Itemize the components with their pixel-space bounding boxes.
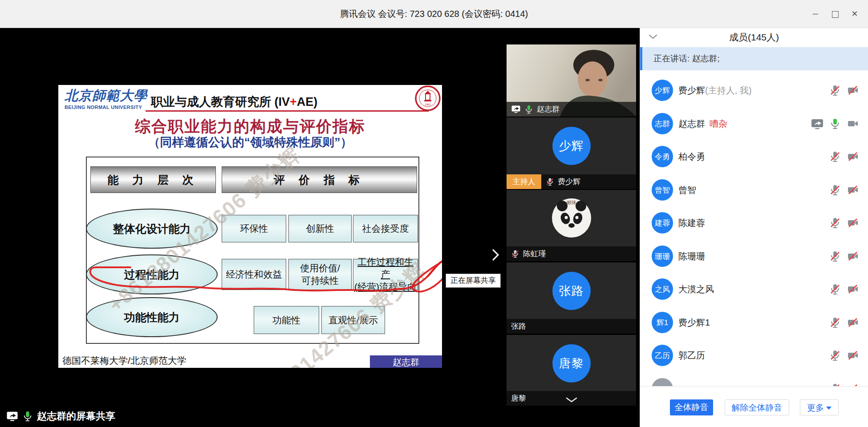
panda-photo-avatar: 瞅咪 xyxy=(552,198,592,238)
mic-off-icon[interactable] xyxy=(829,151,841,162)
video-tile-chenhongjin[interactable]: 瞅咪 陈虹瑾 xyxy=(507,190,636,261)
camera-off-icon[interactable] xyxy=(847,217,859,229)
member-row[interactable]: 少辉 费少辉(主持人, 我) xyxy=(640,74,868,107)
maximize-icon[interactable] xyxy=(825,0,845,28)
mic-off-icon[interactable] xyxy=(829,217,841,229)
ellipse-row1: 整体化设计能力 xyxy=(86,209,218,249)
speaking-accent xyxy=(640,47,642,70)
ellipse-row3: 功能性能力 xyxy=(86,297,218,337)
criteria-box: 经济性和效益 xyxy=(222,259,286,290)
participant-name: 唐黎 xyxy=(511,393,526,403)
svg-text:1902: 1902 xyxy=(425,103,431,106)
criteria-box: 使用价值/可持续性 xyxy=(288,259,352,290)
participant-name: 张路 xyxy=(511,321,526,331)
participant-name: 费少辉 xyxy=(558,177,580,187)
close-icon[interactable]: ✕ xyxy=(845,0,864,28)
meeting-title: 腾讯会议 会议号: 723 020 628 (会议密码: 0414) xyxy=(0,0,868,28)
member-name: 陈珊珊 xyxy=(678,251,705,261)
camera-off-icon[interactable] xyxy=(847,350,859,361)
minimize-icon[interactable]: ─ xyxy=(806,0,825,28)
camera-off-icon[interactable] xyxy=(847,85,859,96)
mic-off-icon[interactable] xyxy=(829,350,841,361)
mic-off-icon[interactable] xyxy=(829,283,841,295)
member-panel-header: 成员(145人) xyxy=(640,28,868,47)
camera-off-icon[interactable] xyxy=(847,317,859,328)
screen-share-icon[interactable] xyxy=(811,118,824,129)
video-tile-feishaohui[interactable]: 少辉 主持人 费少辉 xyxy=(507,117,636,189)
member-name: 郭乙历 xyxy=(678,350,705,360)
mic-off-icon xyxy=(511,250,519,258)
mute-all-button[interactable]: 全体静音 xyxy=(670,399,713,415)
video-tile-zhanglu[interactable]: 张路 张路 xyxy=(507,262,636,334)
screen-share-icon xyxy=(6,411,18,422)
member-row[interactable]: 志群 赵志群嘈杂 xyxy=(640,107,868,140)
mic-on-icon xyxy=(22,411,33,422)
member-name: 费少辉 xyxy=(678,85,705,95)
tiles-collapse-chevron-icon[interactable] xyxy=(565,397,578,403)
mic-on-icon[interactable] xyxy=(829,118,841,129)
mic-off-icon[interactable] xyxy=(829,85,841,96)
slide-footer-affiliation: 德国不莱梅大学/北京师范大学 xyxy=(62,354,187,367)
member-panel-footer: 全体静音 解除全体静音 更多 xyxy=(640,386,868,427)
mic-off-icon[interactable] xyxy=(829,317,841,328)
member-row[interactable]: 之风 大漠之风 xyxy=(640,273,868,306)
unmute-all-button[interactable]: 解除全体静音 xyxy=(725,399,789,415)
member-row[interactable]: 乙历 郭乙历 xyxy=(640,339,868,372)
member-row[interactable]: 建蓉 陈建蓉 xyxy=(640,206,868,239)
title-bar: 腾讯会议 会议号: 723 020 628 (会议密码: 0414) ─ ✕ xyxy=(0,0,868,28)
member-row[interactable]: 珊珊 陈珊珊 xyxy=(640,240,868,273)
criteria-box: 功能性 xyxy=(254,306,319,334)
avatar: 珊珊 xyxy=(652,246,673,267)
camera-on-icon[interactable] xyxy=(847,118,859,129)
shared-slide: 北京師範大學 BEIJING NORMAL UNIVERSITY 职业与成人教育… xyxy=(58,85,442,368)
camera-off-icon[interactable] xyxy=(847,184,859,196)
bnu-logo-en: BEIJING NORMAL UNIVERSITY xyxy=(65,105,142,110)
criteria-box: 工作过程和生产(经营)流程导向 xyxy=(353,259,418,290)
member-role-suffix: (主持人, 我) xyxy=(705,85,751,95)
header-divider xyxy=(146,110,429,112)
tile-label: 陈虹瑾 xyxy=(507,246,636,261)
member-row[interactable]: 令勇 柏令勇 xyxy=(640,140,868,173)
column-header-criteria: 评 价 指 标 xyxy=(222,166,417,193)
share-status-bar: 赵志群的屏幕共享 xyxy=(6,410,115,423)
member-name: 柏令勇 xyxy=(678,152,705,161)
screen-share-stage: 北京師範大學 BEIJING NORMAL UNIVERSITY 职业与成人教育… xyxy=(0,28,640,427)
panel-collapse-chevron-icon[interactable] xyxy=(491,248,500,262)
member-row[interactable]: 曾智 曾智 xyxy=(640,173,868,206)
slide-title: 综合职业能力的构成与评价指标 xyxy=(58,116,442,137)
avatar: 少辉 xyxy=(652,80,673,101)
tile-label: 赵志群 xyxy=(507,102,636,117)
avatar: 令勇 xyxy=(652,146,673,167)
ellipse-row2: 过程性能力 xyxy=(86,254,218,294)
video-tile-zhaozhiqun[interactable]: 赵志群 xyxy=(507,44,636,117)
mic-off-icon xyxy=(546,177,554,186)
svg-text:瞅咪: 瞅咪 xyxy=(567,200,576,205)
mic-on-icon xyxy=(524,105,533,114)
mic-off-icon[interactable] xyxy=(829,184,841,196)
sharing-tooltip: 正在屏幕共享 xyxy=(446,274,501,288)
slide-footer-author: 赵志群 xyxy=(370,355,442,368)
panel-collapse-chevron-down-icon[interactable] xyxy=(648,34,658,40)
screen-share-icon xyxy=(511,105,521,113)
camera-off-icon[interactable] xyxy=(847,250,859,262)
caret-down-icon xyxy=(826,407,831,410)
avatar: 乙历 xyxy=(652,345,673,366)
member-name: 大漠之风 xyxy=(678,284,714,294)
member-name: 陈建蓉 xyxy=(678,218,705,228)
mic-off-icon[interactable] xyxy=(829,250,841,262)
video-tile-tangli[interactable]: 唐黎 唐黎 xyxy=(507,335,636,406)
camera-off-icon[interactable] xyxy=(847,151,859,162)
participant-name: 陈虹瑾 xyxy=(523,249,546,259)
camera-off-icon[interactable] xyxy=(847,283,859,295)
more-button[interactable]: 更多 xyxy=(800,399,839,415)
speaking-now-text: 正在讲话: 赵志群; xyxy=(653,47,720,70)
criteria-box: 环保性 xyxy=(222,215,286,242)
avatar: 志群 xyxy=(652,113,673,134)
avatar: 之风 xyxy=(652,278,673,300)
member-row[interactable]: 辉1 费少辉1 xyxy=(640,306,868,339)
tile-label: 费少辉 xyxy=(541,174,636,189)
avatar: 唐黎 xyxy=(552,344,591,383)
university-seal-icon: 1902 xyxy=(414,85,441,112)
criteria-box: 创新性 xyxy=(288,215,352,242)
member-name: 赵志群 xyxy=(678,119,705,129)
